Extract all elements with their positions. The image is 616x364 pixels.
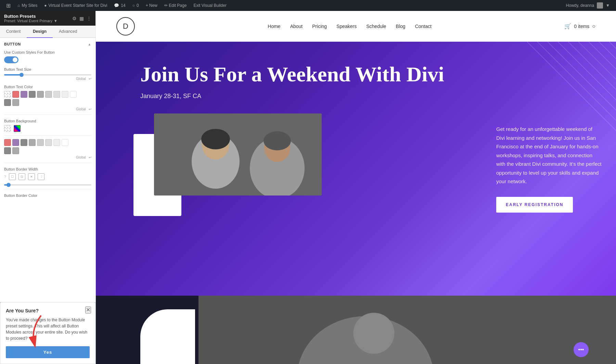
color-swatch-gray3[interactable] bbox=[45, 91, 52, 98]
color-swatch-gray2[interactable] bbox=[37, 91, 44, 98]
tab-content[interactable]: Content bbox=[0, 26, 27, 38]
main-layout: Button Presets Preset: Virtual Event Pri… bbox=[0, 11, 616, 364]
bg-color-5[interactable] bbox=[37, 139, 44, 146]
early-registration-button[interactable]: EARLY REGISTRATION bbox=[496, 197, 573, 213]
hero-section: Join Us For a Weekend With Divi January … bbox=[96, 42, 616, 296]
search-icon[interactable]: ○ bbox=[592, 23, 595, 29]
edit-page-label: ✏ Edit Page bbox=[164, 3, 187, 8]
site-logo[interactable]: D bbox=[116, 17, 135, 36]
divider-2 bbox=[4, 135, 91, 136]
custom-styles-label: Use Custom Styles For Button bbox=[4, 50, 91, 54]
panel-columns-icon[interactable]: ▦ bbox=[79, 16, 84, 21]
bg-color-7[interactable] bbox=[53, 139, 60, 146]
bg-global-row: Global ↩ bbox=[4, 156, 91, 159]
comment-bubble-item[interactable]: ○ 0 bbox=[129, 0, 142, 11]
bg-swatch-open[interactable] bbox=[14, 125, 21, 132]
svg-line-4 bbox=[578, 42, 616, 86]
bottom-action-dots: ••• bbox=[578, 347, 584, 353]
bottom-image-area: ••• bbox=[198, 296, 616, 364]
hero-photo-svg bbox=[154, 113, 322, 196]
svg-point-15 bbox=[264, 131, 291, 150]
border-width-thumb[interactable] bbox=[7, 183, 11, 187]
panel-header: Button Presets Preset: Virtual Event Pri… bbox=[0, 11, 95, 26]
nav-schedule[interactable]: Schedule bbox=[366, 24, 386, 29]
color-swatch-gray1[interactable] bbox=[29, 91, 36, 98]
site-cart[interactable]: 🛒 0 items ○ bbox=[564, 23, 595, 29]
site-name-label: Virtual Event Starter Site for Divi bbox=[49, 3, 107, 8]
confirm-dialog: Are You Sure? ✕ You've made changes to t… bbox=[0, 302, 95, 364]
comment-icon: ○ bbox=[132, 3, 135, 8]
custom-styles-toggle[interactable] bbox=[4, 56, 18, 63]
color-swatch-transparent[interactable] bbox=[4, 91, 11, 98]
panel-tabs: Content Design Advanced bbox=[0, 26, 95, 38]
dialog-yes-button[interactable]: Yes bbox=[6, 346, 90, 358]
border-individual-icon[interactable]: ⊡ bbox=[18, 173, 25, 180]
my-sites-label: My Sites bbox=[22, 3, 37, 8]
border-all-icon[interactable]: ☐ bbox=[9, 173, 16, 180]
user-avatar[interactable] bbox=[597, 2, 603, 9]
site-name-item[interactable]: ● Virtual Event Starter Site for Divi bbox=[41, 0, 111, 11]
bottom-section: ••• bbox=[96, 296, 616, 364]
nav-pricing[interactable]: Pricing bbox=[312, 24, 327, 29]
new-content-item[interactable]: + New bbox=[142, 0, 161, 11]
nav-blog[interactable]: Blog bbox=[396, 24, 406, 29]
nav-home[interactable]: Home bbox=[268, 24, 280, 29]
bg-color-4[interactable] bbox=[29, 139, 36, 146]
border-reset-icon[interactable]: ✕ bbox=[28, 173, 35, 180]
left-panel: Button Presets Preset: Virtual Event Pri… bbox=[0, 11, 96, 364]
color-swatch-red[interactable] bbox=[12, 91, 19, 98]
text-size-reset-icon[interactable]: ↩ bbox=[89, 77, 91, 81]
border-more-icon[interactable]: ⋮ bbox=[38, 173, 44, 180]
panel-settings-icon[interactable]: ⚙ bbox=[72, 16, 77, 21]
comments-item[interactable]: 💬 14 bbox=[111, 0, 129, 11]
dialog-close-button[interactable]: ✕ bbox=[85, 307, 91, 313]
text-size-slider[interactable] bbox=[4, 74, 91, 76]
bg-color-extra-1[interactable] bbox=[4, 147, 11, 154]
right-content: D Home About Pricing Speakers Schedule B… bbox=[96, 11, 616, 364]
text-color-palette-extra bbox=[4, 99, 91, 106]
comments-icon: 💬 bbox=[114, 3, 119, 8]
bg-color-6[interactable] bbox=[45, 139, 52, 146]
text-size-thumb[interactable] bbox=[20, 73, 24, 77]
color-swatch-gray-d2[interactable] bbox=[12, 99, 19, 106]
bg-color-2[interactable] bbox=[12, 139, 19, 146]
hero-main-image bbox=[154, 113, 322, 196]
exit-builder-item[interactable]: Exit Visual Builder bbox=[190, 0, 230, 11]
color-swatch-gray-d1[interactable] bbox=[4, 99, 11, 106]
svg-line-0 bbox=[537, 42, 616, 127]
bg-color-3[interactable] bbox=[21, 139, 27, 146]
border-width-slider[interactable] bbox=[4, 184, 91, 186]
comment-zero: 0 bbox=[137, 3, 139, 8]
my-sites-item[interactable]: ⌂ My Sites bbox=[14, 0, 41, 11]
color-swatch-gray5[interactable] bbox=[62, 91, 68, 98]
wp-logo-item[interactable]: ⊞ bbox=[3, 0, 14, 11]
color-swatch-gray4[interactable] bbox=[53, 91, 60, 98]
tab-advanced[interactable]: Advanced bbox=[53, 26, 83, 38]
bottom-action-button[interactable]: ••• bbox=[574, 342, 589, 357]
bg-color-palette bbox=[4, 139, 91, 146]
dialog-message: You've made changes to the Button Module… bbox=[6, 317, 90, 341]
screen-options-icon[interactable]: ▼ bbox=[606, 3, 610, 8]
tab-design[interactable]: Design bbox=[27, 26, 53, 38]
bg-color-1[interactable] bbox=[4, 139, 11, 146]
bg-reset-icon[interactable]: ↩ bbox=[89, 156, 91, 159]
bg-swatch-transparent[interactable] bbox=[4, 125, 11, 132]
color-swatch-purple-light[interactable] bbox=[21, 91, 27, 98]
howdy-text: Howdy, deanna bbox=[566, 3, 594, 8]
nav-about[interactable]: About bbox=[290, 24, 303, 29]
section-chevron[interactable]: ▲ bbox=[88, 42, 91, 46]
text-size-label: Button Text Size bbox=[4, 67, 91, 71]
panel-more-icon[interactable]: ⋮ bbox=[87, 16, 91, 21]
bg-color-extra-2[interactable] bbox=[12, 147, 19, 154]
hero-title: Join Us For a Weekend With Divi bbox=[140, 62, 469, 86]
edit-page-item[interactable]: ✏ Edit Page bbox=[161, 0, 190, 11]
bg-color-8[interactable] bbox=[62, 139, 68, 146]
text-color-reset-icon[interactable]: ↩ bbox=[89, 107, 91, 111]
svg-line-5 bbox=[589, 42, 616, 76]
nav-speakers[interactable]: Speakers bbox=[336, 24, 357, 29]
color-swatch-white[interactable] bbox=[70, 91, 77, 98]
border-help-icon[interactable]: ? bbox=[4, 175, 6, 179]
text-size-global-row: Global ↩ bbox=[4, 77, 91, 81]
admin-bar-right: Howdy, deanna ▼ bbox=[563, 2, 613, 9]
nav-contact[interactable]: Contact bbox=[415, 24, 432, 29]
